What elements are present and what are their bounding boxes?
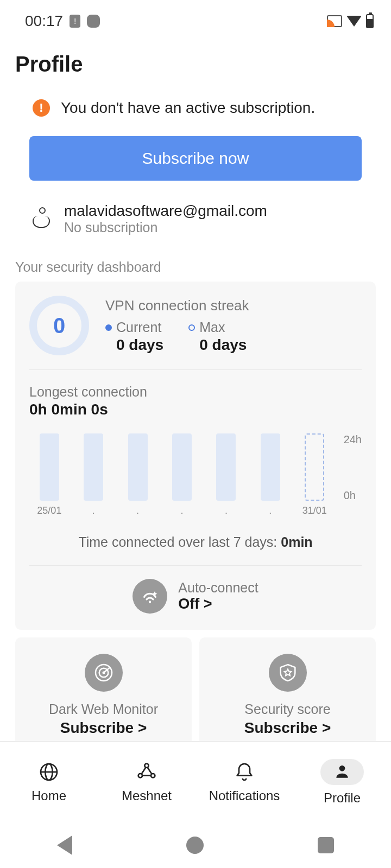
page-title: Profile (0, 33, 391, 87)
current-streak-label: Current (105, 320, 163, 335)
dot-filled-icon (105, 324, 112, 331)
svg-point-10 (151, 774, 155, 777)
nav-profile[interactable]: Profile (293, 742, 391, 822)
chart-x-label: . (136, 505, 139, 515)
max-streak-label: Max (188, 320, 247, 335)
meshnet-icon (136, 761, 157, 783)
wifi-icon (346, 16, 362, 27)
chart-x-label: . (225, 505, 228, 515)
chart-x-label: . (92, 505, 95, 515)
security-score-card[interactable]: Security score Subscribe > (199, 637, 376, 746)
user-email: malavidasoftware@gmail.com (64, 202, 267, 220)
nav-home[interactable]: Home (0, 742, 98, 822)
person-icon (333, 763, 351, 781)
chart-y-min: 0h (344, 489, 362, 502)
radar-icon (85, 654, 123, 692)
cast-icon (327, 15, 342, 27)
user-icon (33, 207, 52, 231)
bell-icon (234, 761, 255, 783)
dark-web-monitor-card[interactable]: Dark Web Monitor Subscribe > (15, 637, 192, 746)
streak-circle: 0 (29, 296, 89, 355)
connection-bar-chart: 25/01 . . . . . 31/01 24h 0h (29, 433, 362, 515)
status-bar: 00:17 ! (0, 0, 391, 33)
sys-recents-button[interactable] (318, 837, 334, 853)
nav-home-label: Home (31, 788, 66, 803)
chart-bar (128, 433, 148, 501)
vpn-streak-row: 0 VPN connection streak Current 0 days M… (29, 296, 362, 370)
shield-star-icon (269, 654, 307, 692)
security-score-action: Subscribe > (205, 719, 370, 737)
status-time: 00:17 (25, 12, 63, 30)
dot-hollow-icon (188, 324, 195, 331)
svg-point-9 (138, 774, 142, 777)
longest-value: 0h 0min 0s (29, 401, 362, 418)
subscribe-button[interactable]: Subscribe now (29, 136, 362, 181)
dashboard-card: 0 VPN connection streak Current 0 days M… (15, 282, 376, 630)
auto-connect-icon (133, 579, 167, 614)
user-info-row[interactable]: malavidasoftware@gmail.com No subscripti… (0, 202, 391, 257)
security-score-title: Security score (205, 701, 370, 717)
auto-connect-label: Auto-connect (178, 580, 258, 596)
streak-title: VPN connection streak (105, 297, 362, 314)
nav-notifications[interactable]: Notifications (195, 742, 293, 822)
longest-label: Longest connection (29, 384, 362, 400)
bottom-nav: Home Meshnet Notifications Profile (0, 741, 391, 822)
nav-meshnet-label: Meshnet (122, 788, 172, 803)
chart-bar (172, 433, 192, 501)
chart-x-label: 31/01 (302, 505, 327, 515)
dark-web-title: Dark Web Monitor (21, 701, 186, 717)
chart-bar-today (305, 433, 324, 501)
alert-text: You don't have an active subscription. (61, 99, 315, 117)
max-streak-value: 0 days (188, 336, 247, 354)
subscription-alert: ! You don't have an active subscription. (0, 87, 391, 125)
longest-connection-section: Longest connection 0h 0min 0s 25/01 . . … (29, 370, 362, 566)
dashboard-section-label: Your security dashboard (0, 257, 391, 282)
connected-summary: Time connected over last 7 days: 0min (29, 515, 362, 566)
system-nav-bar (0, 822, 391, 868)
chart-x-label: . (269, 505, 272, 515)
status-app-icon (87, 15, 100, 28)
chart-x-label: . (180, 505, 183, 515)
current-streak-value: 0 days (105, 336, 163, 354)
nav-active-pill (320, 759, 364, 785)
nav-notifications-label: Notifications (209, 788, 280, 803)
chart-x-label: 25/01 (37, 505, 61, 515)
chart-bar (216, 433, 236, 501)
sim-alert-icon: ! (70, 15, 80, 28)
alert-icon: ! (33, 99, 50, 117)
chart-bar (261, 433, 280, 501)
auto-connect-row[interactable]: Auto-connect Off > (29, 566, 362, 616)
battery-icon (366, 14, 374, 28)
nav-profile-label: Profile (324, 790, 361, 806)
chart-y-max: 24h (344, 433, 362, 446)
svg-point-0 (149, 601, 152, 603)
sys-home-button[interactable] (186, 837, 204, 854)
user-subscription-status: No subscription (64, 220, 267, 235)
globe-icon (38, 761, 60, 783)
svg-point-8 (144, 763, 148, 767)
chart-bar (84, 433, 103, 501)
auto-connect-value: Off > (178, 596, 258, 612)
chart-bar (40, 433, 59, 501)
nav-meshnet[interactable]: Meshnet (98, 742, 195, 822)
sys-back-button[interactable] (57, 835, 72, 855)
svg-point-11 (339, 765, 345, 771)
dark-web-action: Subscribe > (21, 719, 186, 737)
